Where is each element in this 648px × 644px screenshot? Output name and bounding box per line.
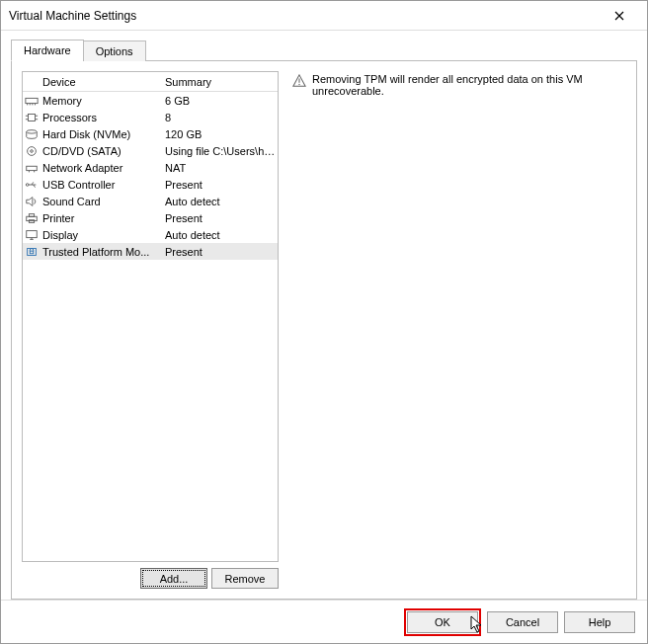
titlebar: Virtual Machine Settings	[1, 1, 647, 31]
remove-button[interactable]: Remove	[211, 568, 279, 589]
tab-options-label: Options	[96, 45, 133, 57]
tpm-warning: Removing TPM will render all encrypted d…	[292, 73, 622, 97]
device-row[interactable]: Hard Disk (NVMe)120 GB	[23, 125, 278, 142]
sound-icon	[23, 196, 40, 207]
device-summary: Auto detect	[161, 196, 278, 207]
device-summary: 120 GB	[161, 128, 278, 140]
device-name: Printer	[40, 212, 161, 224]
svg-rect-0	[26, 98, 38, 103]
svg-rect-27	[30, 251, 34, 254]
vm-settings-window: Virtual Machine Settings Hardware Option…	[0, 0, 648, 644]
device-row[interactable]: Trusted Platform Mo...Present	[23, 243, 278, 260]
close-button[interactable]	[600, 2, 639, 30]
content-area: Hardware Options Device Summary Memory6 …	[1, 31, 647, 600]
device-summary: 6 GB	[161, 95, 278, 107]
device-row[interactable]: Network AdapterNAT	[23, 159, 278, 176]
device-name: CD/DVD (SATA)	[40, 145, 161, 157]
svg-point-11	[28, 146, 37, 155]
device-column: Device Summary Memory6 GBProcessors8Hard…	[22, 71, 279, 589]
cancel-button-label: Cancel	[506, 616, 539, 628]
device-list-header: Device Summary	[23, 72, 278, 92]
tpm-warning-text: Removing TPM will render all encrypted d…	[312, 73, 622, 97]
tpm-icon	[23, 246, 40, 258]
svg-point-29	[298, 84, 299, 85]
printer-icon	[23, 212, 40, 224]
device-summary: Present	[161, 179, 278, 191]
device-name: Display	[40, 229, 161, 241]
device-row[interactable]: Processors8	[23, 109, 278, 125]
device-row[interactable]: CD/DVD (SATA)Using file C:\Users\hung\Do…	[23, 142, 278, 159]
hardware-panel: Device Summary Memory6 GBProcessors8Hard…	[11, 60, 637, 600]
device-summary: Auto detect	[161, 229, 278, 241]
device-row[interactable]: DisplayAuto detect	[23, 226, 278, 243]
device-summary: 8	[161, 112, 278, 123]
device-row[interactable]: Memory6 GB	[23, 92, 278, 109]
svg-point-10	[27, 129, 38, 133]
details-column: Removing TPM will render all encrypted d…	[288, 71, 626, 589]
help-button-label: Help	[589, 616, 611, 628]
ok-button-label: OK	[435, 616, 450, 628]
tab-hardware-label: Hardware	[24, 44, 71, 56]
device-summary: Present	[161, 212, 278, 224]
window-title: Virtual Machine Settings	[9, 9, 600, 23]
svg-point-12	[31, 149, 34, 152]
svg-rect-26	[28, 248, 37, 255]
ok-button[interactable]: OK	[407, 611, 478, 633]
device-name: USB Controller	[40, 179, 161, 191]
ok-highlight: OK	[404, 608, 481, 636]
memory-icon	[23, 95, 40, 107]
header-summary: Summary	[161, 76, 278, 88]
device-name: Trusted Platform Mo...	[40, 246, 161, 258]
device-summary: Using file C:\Users\hung\Do...	[161, 145, 278, 157]
cancel-button[interactable]: Cancel	[487, 611, 558, 633]
network-icon	[23, 162, 40, 174]
remove-button-label: Remove	[225, 573, 266, 585]
tab-hardware[interactable]: Hardware	[11, 40, 84, 61]
cd-icon	[23, 145, 40, 157]
device-name: Processors	[40, 112, 161, 123]
svg-rect-21	[29, 213, 34, 216]
dialog-footer: OK Cancel Help	[1, 600, 647, 643]
svg-rect-5	[29, 114, 36, 121]
device-summary: NAT	[161, 162, 278, 174]
display-icon	[23, 229, 40, 241]
tab-options[interactable]: Options	[83, 40, 146, 61]
help-button[interactable]: Help	[564, 611, 635, 633]
warning-icon	[292, 74, 306, 88]
cpu-icon	[23, 112, 40, 123]
device-name: Hard Disk (NVMe)	[40, 128, 161, 140]
device-buttons: Add... Remove	[22, 568, 279, 589]
device-summary: Present	[161, 246, 278, 258]
disk-icon	[23, 128, 40, 140]
svg-point-16	[26, 183, 29, 186]
device-row[interactable]: USB ControllerPresent	[23, 176, 278, 193]
device-row[interactable]: Sound CardAuto detect	[23, 193, 278, 209]
add-button[interactable]: Add...	[140, 568, 207, 589]
device-name: Sound Card	[40, 196, 161, 207]
svg-rect-23	[27, 230, 38, 237]
device-list[interactable]: Device Summary Memory6 GBProcessors8Hard…	[22, 71, 279, 562]
usb-icon	[23, 179, 40, 191]
device-name: Network Adapter	[40, 162, 161, 174]
svg-rect-13	[27, 166, 38, 170]
device-row[interactable]: PrinterPresent	[23, 209, 278, 226]
header-device: Device	[40, 76, 161, 88]
device-name: Memory	[40, 95, 161, 107]
tab-strip: Hardware Options	[11, 39, 637, 60]
add-button-label: Add...	[160, 573, 189, 585]
close-icon	[614, 11, 624, 21]
